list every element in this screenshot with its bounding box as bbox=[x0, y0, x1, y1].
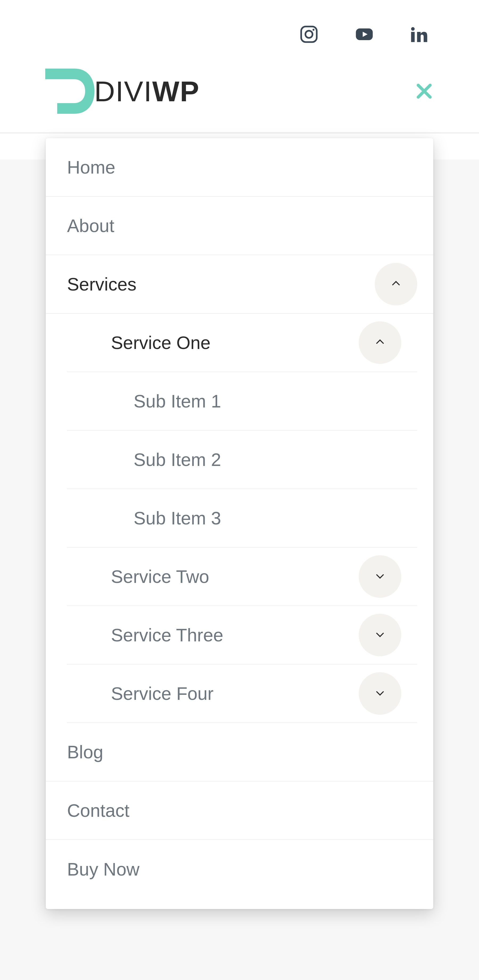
brand-mark-icon bbox=[43, 66, 96, 116]
nav-label: About bbox=[67, 215, 115, 236]
nav-item-contact[interactable]: Contact bbox=[46, 781, 433, 840]
nav-label: Service One bbox=[111, 332, 211, 353]
chevron-down-icon bbox=[374, 687, 386, 700]
chevron-down-icon bbox=[374, 628, 386, 642]
brand-name-bold: WP bbox=[152, 75, 200, 107]
nav-label: Sub Item 2 bbox=[134, 449, 221, 470]
nav-item-service-three[interactable]: Service Three bbox=[67, 606, 417, 665]
nav-label: Service Four bbox=[111, 683, 214, 704]
nav-item-service-two[interactable]: Service Two bbox=[67, 547, 417, 606]
svg-rect-0 bbox=[301, 27, 317, 42]
linkedin-icon[interactable] bbox=[409, 24, 428, 45]
nav-item-about[interactable]: About bbox=[46, 197, 433, 255]
chevron-up-icon bbox=[374, 336, 386, 349]
collapse-toggle[interactable] bbox=[359, 321, 401, 364]
nav-item-service-four[interactable]: Service Four bbox=[67, 665, 417, 723]
nav-label: Sub Item 1 bbox=[134, 391, 221, 412]
nav-label: Sub Item 3 bbox=[134, 508, 221, 528]
instagram-icon[interactable] bbox=[299, 24, 319, 45]
svg-point-2 bbox=[312, 29, 314, 30]
svg-point-4 bbox=[411, 27, 415, 31]
nav-item-blog[interactable]: Blog bbox=[46, 723, 433, 781]
expand-toggle[interactable] bbox=[359, 555, 401, 598]
svg-point-1 bbox=[305, 31, 313, 38]
expand-toggle[interactable] bbox=[359, 614, 401, 656]
collapse-toggle[interactable] bbox=[375, 263, 417, 305]
nav-item-sub-2[interactable]: Sub Item 2 bbox=[67, 431, 417, 489]
nav-label: Service Three bbox=[111, 625, 223, 645]
nav-item-home[interactable]: Home bbox=[46, 138, 433, 197]
nav-label: Service Two bbox=[111, 566, 209, 587]
brand-logo[interactable]: DIVIWP bbox=[43, 66, 200, 116]
expand-toggle[interactable] bbox=[359, 672, 401, 715]
nav-item-services[interactable]: Services bbox=[46, 255, 433, 313]
nav-label: Services bbox=[67, 274, 137, 294]
brand-name: DIVIWP bbox=[94, 75, 200, 108]
nav-label: Contact bbox=[67, 800, 129, 821]
social-links bbox=[43, 24, 436, 45]
topbar: DIVIWP bbox=[0, 0, 479, 134]
nav-item-buy-now[interactable]: Buy Now bbox=[46, 840, 433, 899]
chevron-down-icon bbox=[374, 570, 386, 583]
brand-name-light: DIVI bbox=[94, 75, 152, 107]
nav-label: Home bbox=[67, 157, 115, 178]
chevron-up-icon bbox=[390, 277, 402, 291]
mobile-nav-menu: Home About Services Service One bbox=[46, 138, 433, 909]
nav-item-service-one[interactable]: Service One bbox=[67, 313, 417, 372]
nav-label: Buy Now bbox=[67, 859, 139, 880]
nav-item-sub-3[interactable]: Sub Item 3 bbox=[67, 489, 417, 547]
close-menu-button[interactable] bbox=[412, 79, 436, 103]
youtube-icon[interactable] bbox=[354, 24, 375, 45]
svg-rect-5 bbox=[411, 32, 415, 42]
nav-label: Blog bbox=[67, 741, 103, 762]
nav-item-sub-1[interactable]: Sub Item 1 bbox=[67, 372, 417, 431]
